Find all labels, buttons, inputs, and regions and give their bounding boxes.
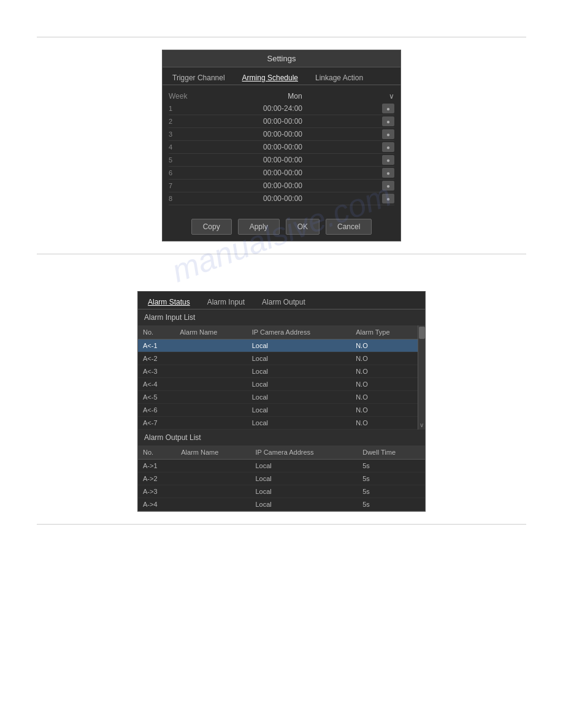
schedule-row-2: 2 00:00-00:00 ● bbox=[169, 115, 394, 128]
alarm-output-col-no: No. bbox=[138, 446, 176, 460]
schedule-edit-icon-1[interactable]: ● bbox=[382, 104, 394, 113]
alarm-input-ip-5: Local bbox=[247, 391, 351, 404]
alarm-input-no-7: A<-7 bbox=[138, 417, 175, 430]
schedule-row-3: 3 00:00-00:00 ● bbox=[169, 128, 394, 141]
alarm-input-scrollbar[interactable]: ∨ bbox=[418, 325, 425, 430]
week-dropdown-icon[interactable]: ∨ bbox=[385, 92, 394, 100]
schedule-num-7: 7 bbox=[169, 182, 183, 189]
bottom-divider bbox=[37, 524, 526, 525]
schedule-edit-icon-5[interactable]: ● bbox=[382, 155, 394, 165]
alarm-input-row-1[interactable]: A<-1 Local N.O bbox=[138, 339, 418, 352]
settings-dialog: Settings Trigger Channel Arming Schedule… bbox=[162, 50, 401, 241]
alarm-output-dwell-2: 5s bbox=[358, 472, 425, 485]
tab-alarm-status[interactable]: Alarm Status bbox=[144, 295, 194, 309]
alarm-input-row-2[interactable]: A<-2 Local N.O bbox=[138, 352, 418, 365]
schedule-row-6: 6 00:00-00:00 ● bbox=[169, 167, 394, 180]
tab-arming-schedule[interactable]: Arming Schedule bbox=[239, 71, 302, 85]
schedule-edit-icon-8[interactable]: ● bbox=[382, 194, 394, 203]
week-row: Week Mon ∨ bbox=[169, 90, 394, 102]
copy-button[interactable]: Copy bbox=[191, 219, 232, 235]
alarm-input-table: No. Alarm Name IP Camera Address Alarm T… bbox=[138, 325, 418, 430]
tab-linkage-action[interactable]: Linkage Action bbox=[312, 71, 367, 85]
schedule-row-1: 1 00:00-24:00 ● bbox=[169, 102, 394, 115]
alarm-output-row-2[interactable]: A->2 Local 5s bbox=[138, 472, 425, 485]
schedule-list: 1 00:00-24:00 ● 2 00:00-00:00 ● 3 00:00-… bbox=[169, 102, 394, 205]
settings-footer: Copy Apply OK Cancel bbox=[163, 210, 400, 241]
alarm-input-col-name: Alarm Name bbox=[175, 325, 247, 339]
page-container: manualsive.com Settings Trigger Channel … bbox=[0, 0, 563, 728]
alarm-output-no-2: A->2 bbox=[138, 472, 176, 485]
schedule-edit-icon-7[interactable]: ● bbox=[382, 181, 394, 191]
schedule-time-5: 00:00-00:00 bbox=[183, 156, 382, 164]
alarm-input-name-1 bbox=[175, 339, 247, 352]
section-gap bbox=[0, 254, 563, 273]
alarm-output-name-1 bbox=[176, 460, 250, 472]
alarm-input-no-2: A<-2 bbox=[138, 352, 175, 365]
alarm-input-ip-1: Local bbox=[247, 339, 351, 352]
alarm-output-name-2 bbox=[176, 472, 250, 485]
schedule-num-2: 2 bbox=[169, 118, 183, 125]
alarm-input-type-3: N.O bbox=[351, 365, 418, 378]
cancel-button[interactable]: Cancel bbox=[326, 219, 372, 235]
schedule-time-7: 00:00-00:00 bbox=[183, 181, 382, 190]
schedule-time-4: 00:00-00:00 bbox=[183, 143, 382, 151]
schedule-num-4: 4 bbox=[169, 143, 183, 151]
alarm-input-name-7 bbox=[175, 417, 247, 430]
schedule-num-6: 6 bbox=[169, 169, 183, 176]
schedule-time-2: 00:00-00:00 bbox=[183, 117, 382, 126]
schedule-edit-icon-2[interactable]: ● bbox=[382, 116, 394, 126]
alarm-input-row-6[interactable]: A<-6 Local N.O bbox=[138, 404, 418, 417]
alarm-input-header-row: No. Alarm Name IP Camera Address Alarm T… bbox=[138, 325, 418, 339]
alarm-output-row-1[interactable]: A->1 Local 5s bbox=[138, 460, 425, 472]
ok-button[interactable]: OK bbox=[286, 219, 320, 235]
alarm-output-dwell-1: 5s bbox=[358, 460, 425, 472]
alarm-input-name-5 bbox=[175, 391, 247, 404]
alarm-input-name-2 bbox=[175, 352, 247, 365]
alarm-input-type-1: N.O bbox=[351, 339, 418, 352]
tab-alarm-output[interactable]: Alarm Output bbox=[258, 295, 309, 309]
schedule-edit-icon-6[interactable]: ● bbox=[382, 168, 394, 178]
alarm-input-row-5[interactable]: A<-5 Local N.O bbox=[138, 391, 418, 404]
alarm-input-row-7[interactable]: A<-7 Local N.O bbox=[138, 417, 418, 430]
settings-title: Settings bbox=[163, 50, 400, 67]
alarm-output-col-ip: IP Camera Address bbox=[250, 446, 358, 460]
alarm-input-col-ip: IP Camera Address bbox=[247, 325, 351, 339]
tab-trigger-channel[interactable]: Trigger Channel bbox=[169, 71, 229, 85]
schedule-time-3: 00:00-00:00 bbox=[183, 130, 382, 138]
alarm-output-row-4[interactable]: A->4 Local 5s bbox=[138, 498, 425, 511]
apply-button[interactable]: Apply bbox=[238, 219, 280, 235]
schedule-time-1: 00:00-24:00 bbox=[183, 104, 382, 113]
schedule-time-8: 00:00-00:00 bbox=[183, 194, 382, 203]
alarm-input-type-2: N.O bbox=[351, 352, 418, 365]
alarm-output-name-3 bbox=[176, 485, 250, 498]
alarm-input-row-4[interactable]: A<-4 Local N.O bbox=[138, 378, 418, 391]
settings-tabs: Trigger Channel Arming Schedule Linkage … bbox=[163, 67, 400, 85]
alarm-output-row-3[interactable]: A->3 Local 5s bbox=[138, 485, 425, 498]
alarm-input-table-container: No. Alarm Name IP Camera Address Alarm T… bbox=[138, 325, 425, 430]
alarm-input-no-3: A<-3 bbox=[138, 365, 175, 378]
alarm-input-row-3[interactable]: A<-3 Local N.O bbox=[138, 365, 418, 378]
alarm-input-name-3 bbox=[175, 365, 247, 378]
tab-alarm-input[interactable]: Alarm Input bbox=[204, 295, 248, 309]
schedule-edit-icon-3[interactable]: ● bbox=[382, 129, 394, 139]
alarm-input-name-4 bbox=[175, 378, 247, 391]
alarm-output-no-3: A->3 bbox=[138, 485, 176, 498]
alarm-output-table: No. Alarm Name IP Camera Address Dwell T… bbox=[138, 446, 425, 511]
schedule-edit-icon-4[interactable]: ● bbox=[382, 142, 394, 152]
alarm-input-no-1: A<-1 bbox=[138, 339, 175, 352]
schedule-row-4: 4 00:00-00:00 ● bbox=[169, 141, 394, 154]
alarm-input-ip-6: Local bbox=[247, 404, 351, 417]
alarm-output-col-dwell: Dwell Time bbox=[358, 446, 425, 460]
schedule-row-5: 5 00:00-00:00 ● bbox=[169, 154, 394, 167]
alarm-input-col-no: No. bbox=[138, 325, 175, 339]
alarm-output-ip-3: Local bbox=[250, 485, 358, 498]
alarm-input-no-4: A<-4 bbox=[138, 378, 175, 391]
alarm-input-scroll-thumb[interactable] bbox=[419, 327, 425, 339]
schedule-row-8: 8 00:00-00:00 ● bbox=[169, 192, 394, 205]
schedule-num-1: 1 bbox=[169, 105, 183, 112]
alarm-output-name-4 bbox=[176, 498, 250, 511]
alarm-panel: Alarm Status Alarm Input Alarm Output Al… bbox=[137, 291, 426, 512]
schedule-num-3: 3 bbox=[169, 131, 183, 138]
alarm-input-name-6 bbox=[175, 404, 247, 417]
alarm-input-ip-2: Local bbox=[247, 352, 351, 365]
